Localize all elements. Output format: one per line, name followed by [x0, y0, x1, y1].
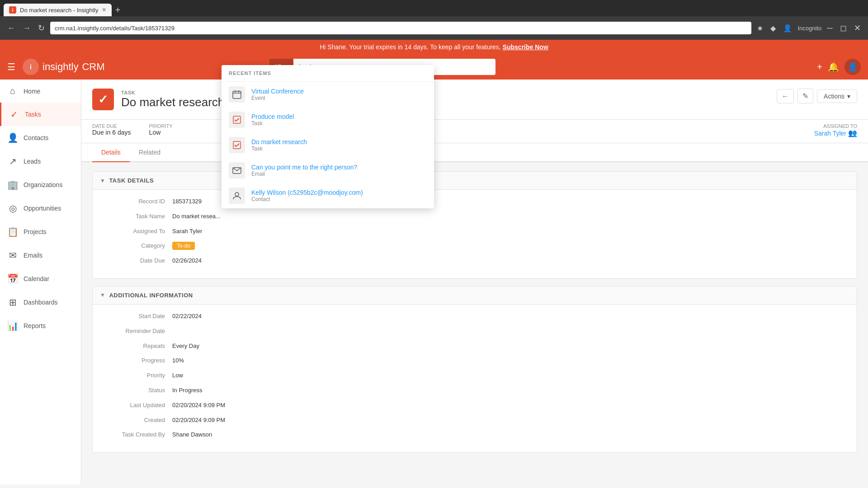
status-label: Status [100, 386, 172, 395]
sidebar-label-emails: Emails [24, 252, 42, 259]
tab-related[interactable]: Related [130, 143, 170, 162]
sidebar-item-opportunities[interactable]: ◎ Opportunities [0, 197, 81, 220]
priority-field-label: Priority [100, 371, 172, 380]
record-id-value: 185371329 [172, 197, 202, 206]
browser-chrome: ← → ↻ crm.na1.insightly.com/details/Task… [0, 16, 868, 40]
progress-label: Progress [100, 356, 172, 366]
assigned-area: Assigned To Sarah Tyler 👥 [814, 123, 857, 137]
sidebar-item-reports[interactable]: 📊 Reports [0, 314, 81, 338]
notifications-button[interactable]: 🔔 [828, 61, 839, 72]
tab-details[interactable]: Details [92, 143, 130, 162]
sidebar-item-tasks[interactable]: ✓ Tasks [0, 103, 81, 126]
url-text: crm.na1.insightly.com/details/Task/18537… [55, 25, 175, 32]
user-avatar-button[interactable]: 👤 [844, 59, 861, 75]
trial-text: Hi Shane. Your trial expires in 14 days.… [320, 43, 501, 51]
priority-row: Priority Low [100, 371, 849, 380]
extension-button[interactable]: ◆ [769, 22, 778, 34]
dashboards-icon: ⊞ [7, 297, 18, 308]
bookmark-button[interactable]: ★ [755, 22, 765, 34]
maximize-button[interactable]: ◻ [838, 21, 849, 35]
sidebar-item-dashboards[interactable]: ⊞ Dashboards [0, 291, 81, 314]
dropdown-item-do-market-research[interactable]: Do market research Task [222, 132, 434, 158]
sidebar-item-projects[interactable]: 📋 Projects [0, 220, 81, 244]
page-header-right: ← ✎ Actions ▾ [777, 89, 857, 103]
dropdown-item-contact[interactable]: Kelly Wilson (c5295b2c@moodjoy.com) Cont… [222, 183, 434, 208]
actions-chevron-icon: ▾ [847, 93, 850, 100]
back-browser-button[interactable]: ← [5, 22, 17, 35]
subscribe-link[interactable]: Subscribe Now [503, 43, 548, 51]
sidebar-label-projects: Projects [24, 228, 47, 235]
task-details-section-title: TASK DETAILS [109, 177, 154, 184]
sidebar-item-home[interactable]: ⌂ Home [0, 80, 81, 103]
additional-section-title: ADDITIONAL INFORMATION [109, 292, 193, 299]
emails-icon: ✉ [7, 250, 18, 261]
sidebar-label-opportunities: Opportunities [24, 205, 61, 212]
dropdown-item-email[interactable]: Can you point me to the right person? Em… [222, 158, 434, 183]
opportunities-icon: ◎ [7, 203, 18, 214]
reminder-date-label: Reminder Date [100, 327, 172, 336]
dropdown-item-virtual-conference[interactable]: Virtual Conference Event [222, 82, 434, 107]
task-icon-1 [229, 112, 245, 128]
task-title-text: Do market research [121, 95, 224, 109]
status-value: In Progress [172, 386, 202, 395]
new-tab-button[interactable]: + [112, 5, 124, 15]
projects-icon: 📋 [7, 226, 18, 237]
task-check-icon: ✓ [98, 93, 108, 107]
created-value: 02/20/2024 9:09 PM [172, 416, 225, 425]
sidebar-item-contacts[interactable]: 👤 Contacts [0, 126, 81, 150]
add-button[interactable]: + [817, 62, 822, 72]
refresh-browser-button[interactable]: ↻ [36, 21, 47, 35]
email-icon [229, 162, 245, 178]
contacts-icon: 👤 [7, 132, 18, 143]
sidebar-item-leads[interactable]: ↗ Leads [0, 150, 81, 173]
content-area: ▼ TASK DETAILS Record ID 185371329 Task … [81, 162, 868, 469]
sidebar-label-dashboards: Dashboards [24, 299, 58, 306]
priority-field-value: Low [172, 371, 183, 380]
tabs-bar: Details Related [81, 143, 868, 162]
close-browser-button[interactable]: ✕ [852, 21, 863, 35]
crm-text: CRM [82, 61, 104, 73]
task-details-section-header[interactable]: ▼ TASK DETAILS [93, 172, 857, 190]
task-details-section: ▼ TASK DETAILS Record ID 185371329 Task … [92, 171, 857, 279]
dropdown-item-name-3: Can you point me to the right person? [251, 164, 357, 171]
dropdown-item-type-1: Task [251, 120, 294, 127]
additional-info-header[interactable]: ▼ ADDITIONAL INFORMATION [93, 286, 857, 305]
assigned-to-label: Assigned To [814, 123, 857, 129]
priority-label-sub: Priority [149, 123, 173, 129]
actions-button[interactable]: Actions ▾ [817, 89, 857, 103]
additional-info-section: ▼ ADDITIONAL INFORMATION Start Date 02/2… [92, 286, 857, 453]
sidebar-item-calendar[interactable]: 📅 Calendar [0, 267, 81, 291]
sidebar-label-calendar: Calendar [24, 275, 49, 282]
dropdown-item-type-0: Event [251, 95, 304, 101]
profile-button[interactable]: 👤 [781, 22, 794, 34]
minimize-button[interactable]: ─ [825, 22, 835, 35]
app-header: ☰ i insightly CRM All ▼ + 🔔 👤 [0, 54, 868, 80]
dropdown-header: RECENT ITEMS [222, 65, 434, 82]
back-button[interactable]: ← [777, 89, 794, 103]
url-bar[interactable]: crm.na1.insightly.com/details/Task/18537… [50, 22, 751, 34]
sidebar-item-organizations[interactable]: 🏢 Organizations [0, 173, 81, 197]
dropdown-item-type-2: Task [251, 145, 307, 152]
tab-close-btn[interactable]: × [102, 6, 106, 14]
sub-header: Date Due Due in 6 days Priority Low Assi… [81, 120, 868, 143]
tab-title: Do market research - Insightly [20, 7, 98, 14]
start-date-label: Start Date [100, 312, 172, 321]
edit-button[interactable]: ✎ [797, 89, 813, 103]
sidebar-label-home: Home [24, 88, 40, 95]
hamburger-button[interactable]: ☰ [7, 61, 15, 72]
task-details-section-body: Record ID 185371329 Task Name Do market … [93, 190, 857, 278]
additional-toggle-icon: ▼ [100, 292, 105, 298]
sidebar-item-emails[interactable]: ✉ Emails [0, 244, 81, 267]
trial-banner: Hi Shane. Your trial expires in 14 days.… [0, 40, 868, 54]
record-id-label: Record ID [100, 197, 172, 206]
reminder-date-value [172, 327, 174, 336]
dropdown-item-produce-model[interactable]: Produce model Task [222, 107, 434, 132]
svg-point-9 [235, 192, 239, 196]
category-label: Category [100, 241, 172, 251]
browser-tab[interactable]: i Do market research - Insightly × [4, 4, 112, 16]
svg-rect-2 [233, 91, 241, 99]
task-icon-wrapper: ✓ [92, 89, 114, 110]
task-title: Do market research ★ [121, 95, 236, 109]
date-due-row: Date Due 02/26/2024 [100, 256, 849, 266]
forward-browser-button[interactable]: → [21, 22, 33, 35]
